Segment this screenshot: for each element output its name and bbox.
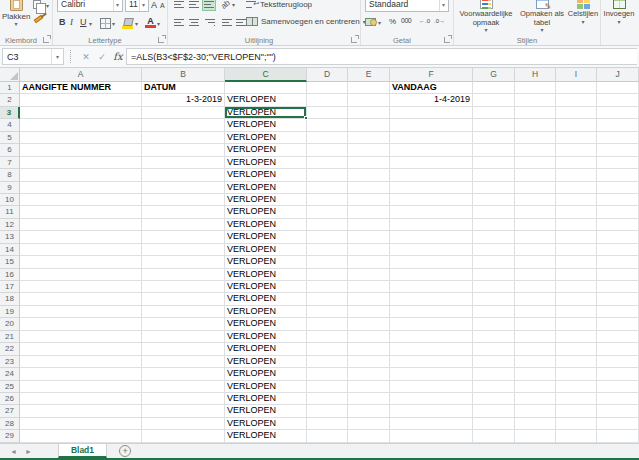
cell-J24[interactable] — [597, 368, 639, 380]
row-header-4[interactable]: 4 — [0, 119, 20, 131]
cell-C10[interactable]: VERLOPEN — [225, 194, 307, 206]
font-dialog-launcher-icon[interactable] — [158, 37, 164, 43]
cell-H5[interactable] — [515, 132, 556, 144]
cell-B4[interactable] — [142, 119, 225, 131]
underline-button[interactable]: U — [80, 17, 87, 27]
cell-J16[interactable] — [597, 269, 639, 281]
cell-D5[interactable] — [307, 132, 348, 144]
cell-A10[interactable] — [20, 194, 142, 206]
column-header-D[interactable]: D — [307, 68, 348, 82]
cell-J5[interactable] — [597, 132, 639, 144]
cell-B18[interactable] — [142, 293, 225, 305]
cell-I13[interactable] — [556, 231, 597, 243]
percent-style-button[interactable]: % — [389, 17, 396, 26]
cell-J4[interactable] — [597, 119, 639, 131]
row-header-19[interactable]: 19 — [0, 306, 20, 318]
cell-A2[interactable] — [20, 94, 142, 106]
cell-E19[interactable] — [348, 306, 390, 318]
accounting-dropdown-arrow[interactable]: ▾ — [378, 20, 381, 26]
bold-button[interactable]: B — [59, 17, 66, 27]
row-header-26[interactable]: 26 — [0, 393, 20, 405]
cell-I7[interactable] — [556, 157, 597, 169]
cell-G29[interactable] — [473, 430, 515, 442]
column-header-A[interactable]: A — [20, 68, 142, 82]
cell-G6[interactable] — [473, 144, 515, 156]
cell-G9[interactable] — [473, 182, 515, 194]
enter-icon[interactable]: ✓ — [94, 48, 110, 65]
cell-J10[interactable] — [597, 194, 639, 206]
cell-I29[interactable] — [556, 430, 597, 442]
cell-C12[interactable]: VERLOPEN — [225, 219, 307, 231]
cell-C7[interactable]: VERLOPEN — [225, 157, 307, 169]
align-bottom-button[interactable] — [202, 0, 216, 11]
cell-J27[interactable] — [597, 405, 639, 417]
cell-F5[interactable] — [390, 132, 473, 144]
cell-B25[interactable] — [142, 381, 225, 393]
number-format-dropdown-arrow[interactable]: ▾ — [439, 0, 445, 11]
fill-color-dropdown-arrow[interactable]: ▾ — [135, 21, 138, 27]
orientation-button[interactable]: ab — [221, 0, 230, 9]
column-header-I[interactable]: I — [556, 68, 597, 82]
cell-H23[interactable] — [515, 356, 556, 368]
paste-button[interactable]: Plakken ▾ — [2, 0, 30, 33]
row-header-15[interactable]: 15 — [0, 256, 20, 268]
cell-C15[interactable]: VERLOPEN — [225, 256, 307, 268]
cell-I5[interactable] — [556, 132, 597, 144]
cell-styles-button[interactable]: Celstijlen ▾ — [566, 0, 600, 33]
cell-F11[interactable] — [390, 206, 473, 218]
cell-F4[interactable] — [390, 119, 473, 131]
cell-J15[interactable] — [597, 256, 639, 268]
align-right-button[interactable] — [202, 15, 216, 29]
fill-handle[interactable] — [304, 116, 308, 120]
cell-D19[interactable] — [307, 306, 348, 318]
cell-F23[interactable] — [390, 356, 473, 368]
cell-G12[interactable] — [473, 219, 515, 231]
font-name-dropdown-arrow[interactable]: ▾ — [113, 0, 119, 11]
cell-H17[interactable] — [515, 281, 556, 293]
cell-G4[interactable] — [473, 119, 515, 131]
cell-E20[interactable] — [348, 318, 390, 330]
cell-C13[interactable]: VERLOPEN — [225, 231, 307, 243]
font-color-dropdown-arrow[interactable]: ▾ — [157, 21, 160, 27]
copy-dropdown-arrow[interactable]: ▾ — [46, 3, 49, 9]
cell-B21[interactable] — [142, 331, 225, 343]
font-size-select[interactable]: 11 ▾ — [125, 0, 149, 12]
cell-G21[interactable] — [473, 331, 515, 343]
formula-bar-splitter[interactable] — [70, 50, 73, 63]
cell-F9[interactable] — [390, 182, 473, 194]
cell-C23[interactable]: VERLOPEN — [225, 356, 307, 368]
cell-I20[interactable] — [556, 318, 597, 330]
row-header-6[interactable]: 6 — [0, 144, 20, 156]
cell-C3[interactable]: VERLOPEN — [225, 107, 307, 119]
row-header-8[interactable]: 8 — [0, 169, 20, 181]
cell-B13[interactable] — [142, 231, 225, 243]
column-header-E[interactable]: E — [348, 68, 390, 82]
cell-E14[interactable] — [348, 244, 390, 256]
cell-E7[interactable] — [348, 157, 390, 169]
cell-J7[interactable] — [597, 157, 639, 169]
cell-D23[interactable] — [307, 356, 348, 368]
cell-E3[interactable] — [348, 107, 390, 119]
cell-B15[interactable] — [142, 256, 225, 268]
cell-J25[interactable] — [597, 381, 639, 393]
cell-G25[interactable] — [473, 381, 515, 393]
cell-H26[interactable] — [515, 393, 556, 405]
cell-C25[interactable]: VERLOPEN — [225, 381, 307, 393]
cell-A17[interactable] — [20, 281, 142, 293]
cell-B8[interactable] — [142, 169, 225, 181]
cell-A13[interactable] — [20, 231, 142, 243]
cell-F27[interactable] — [390, 405, 473, 417]
decrease-decimal-button[interactable]: .0→ — [434, 18, 445, 24]
cell-E21[interactable] — [348, 331, 390, 343]
insert-cells-button[interactable]: Invoegen ▾ — [601, 0, 637, 33]
align-top-button[interactable] — [172, 0, 186, 11]
cell-J19[interactable] — [597, 306, 639, 318]
cell-F13[interactable] — [390, 231, 473, 243]
cell-A23[interactable] — [20, 356, 142, 368]
cell-I28[interactable] — [556, 418, 597, 430]
cell-D17[interactable] — [307, 281, 348, 293]
cell-D13[interactable] — [307, 231, 348, 243]
cell-E12[interactable] — [348, 219, 390, 231]
cell-E15[interactable] — [348, 256, 390, 268]
alignment-dialog-launcher-icon[interactable] — [351, 37, 357, 43]
